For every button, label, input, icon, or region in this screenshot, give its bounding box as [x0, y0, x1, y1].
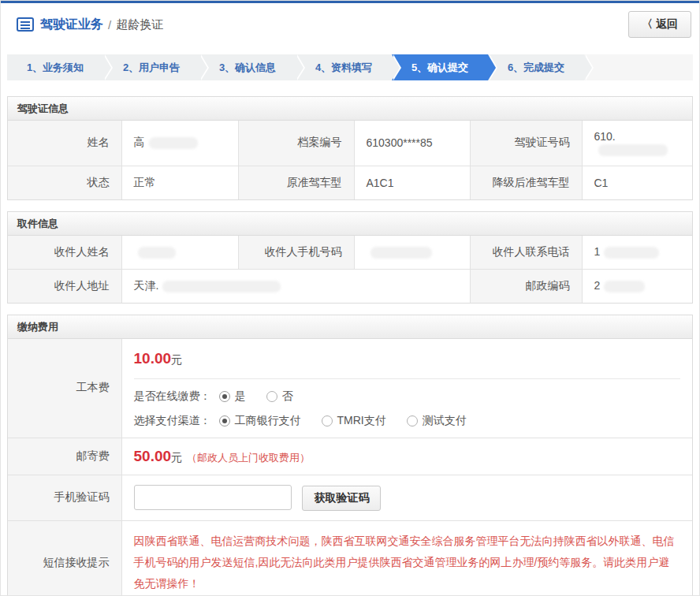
license-info-section: 驾驶证信息 姓名 高 档案编号 610300****85 驾驶证号码 610. … — [7, 96, 693, 200]
online-pay-row: 是否在线缴费： 是 否 — [134, 389, 681, 404]
orig-class-label: 原准驾车型 — [238, 166, 354, 199]
pickup-info-section: 取件信息 收件人姓名 收件人手机号码 收件人联系电话 1 收件人地址 天津. 邮… — [7, 211, 693, 304]
license-no-value: 610. — [582, 121, 692, 166]
recipient-address-value: 天津. — [121, 269, 470, 303]
license-info-table: 姓名 高 档案编号 610300****85 驾驶证号码 610. 状态 正常 … — [8, 121, 692, 199]
redaction-smudge — [604, 281, 645, 292]
back-button[interactable]: 〈返回 — [628, 11, 691, 38]
file-no-label: 档案编号 — [238, 121, 354, 166]
zip-code-label: 邮政编码 — [470, 269, 582, 303]
radio-online-no[interactable]: 否 — [266, 389, 293, 404]
redaction-smudge — [370, 247, 432, 259]
pickup-section-title: 取件信息 — [8, 212, 692, 236]
step-3-confirm-info[interactable]: 3、确认信息 — [199, 54, 296, 80]
table-row: 收件人地址 天津. 邮政编码 2 — [8, 269, 692, 303]
redaction-smudge — [598, 144, 668, 156]
redaction-smudge — [604, 247, 659, 259]
breadcrumb-separator: / — [108, 18, 111, 32]
sms-tip-label: 短信接收提示 — [8, 520, 121, 596]
name-value: 高 — [121, 121, 238, 166]
yuan-unit: 元 — [171, 451, 182, 464]
work-fee-amount-row: 10.00元 — [134, 348, 681, 379]
step-6-complete-submit[interactable]: 6、完成提交 — [488, 54, 584, 80]
pay-channel-label: 选择支付渠道： — [134, 414, 211, 428]
mail-fee-cell: 50.00元（邮政人员上门收取费用） — [121, 438, 692, 475]
recipient-mobile-label: 收件人手机号码 — [238, 236, 354, 270]
file-no-value: 610300****85 — [354, 121, 470, 166]
sms-tip-text: 因陕西省联通、电信运营商技术问题，陕西省互联网交通安全综合服务管理平台无法向持陕… — [134, 531, 681, 595]
page-header: 驾驶证业务 / 超龄换证 〈返回 — [1, 3, 699, 46]
radio-channel-icbc[interactable]: 工商银行支付 — [219, 414, 301, 428]
radio-channel-icbc-label: 工商银行支付 — [235, 414, 301, 428]
redaction-smudge — [149, 137, 198, 149]
step-1-business-notice[interactable]: 1、业务须知 — [7, 54, 103, 80]
recipient-tel-label: 收件人联系电话 — [470, 236, 582, 270]
back-button-label: 返回 — [656, 17, 678, 30]
radio-unselected-icon — [266, 391, 277, 402]
down-class-value: C1 — [582, 166, 692, 199]
radio-channel-test[interactable]: 测试支付 — [407, 414, 467, 428]
table-row: 短信接收提示 因陕西省联通、电信运营商技术问题，陕西省互联网交通安全综合服务管理… — [8, 520, 692, 596]
recipient-address-label: 收件人地址 — [8, 269, 121, 303]
pickup-info-table: 收件人姓名 收件人手机号码 收件人联系电话 1 收件人地址 天津. 邮政编码 2 — [8, 236, 692, 303]
zip-code-value: 2 — [582, 269, 692, 303]
recipient-label: 收件人姓名 — [8, 236, 121, 270]
step-4-fill-materials[interactable]: 4、资料填写 — [296, 54, 392, 80]
radio-channel-tmri[interactable]: TMRI支付 — [322, 414, 386, 428]
recipient-value — [121, 236, 238, 270]
payment-section-title: 缴纳费用 — [8, 315, 692, 339]
step-2-user-declaration[interactable]: 2、用户申告 — [103, 54, 199, 80]
breadcrumb-current: 超龄换证 — [116, 17, 163, 32]
table-row: 邮寄费 50.00元（邮政人员上门收取费用） — [8, 438, 692, 475]
online-pay-label: 是否在线缴费： — [134, 389, 211, 404]
status-value: 正常 — [121, 166, 238, 199]
mail-fee-amount: 50.00 — [134, 448, 172, 464]
radio-selected-icon — [219, 415, 230, 427]
status-label: 状态 — [8, 166, 121, 199]
table-row: 收件人姓名 收件人手机号码 收件人联系电话 1 — [8, 236, 692, 270]
radio-selected-icon — [219, 391, 230, 402]
work-fee-label: 工本费 — [8, 339, 121, 438]
table-row: 手机验证码 获取验证码 — [8, 475, 692, 520]
chevron-left-icon: 〈 — [642, 17, 653, 30]
license-section-title: 驾驶证信息 — [8, 97, 692, 121]
sms-code-input[interactable] — [134, 485, 292, 510]
redaction-smudge — [162, 281, 281, 292]
work-fee-amount: 10.00 — [134, 350, 172, 367]
orig-class-value: A1C1 — [354, 166, 470, 199]
sms-tip-cell: 因陕西省联通、电信运营商技术问题，陕西省互联网交通安全综合服务管理平台无法向持陕… — [121, 520, 692, 596]
content: 1、业务须知 2、用户申告 3、确认信息 4、资料填写 5、确认提交 6、完成提… — [1, 54, 699, 596]
table-row: 姓名 高 档案编号 610300****85 驾驶证号码 610. — [8, 121, 692, 166]
step-5-confirm-submit[interactable]: 5、确认提交 — [392, 54, 488, 80]
pay-channel-row: 选择支付渠道： 工商银行支付 TMRI支付 测试支付 — [134, 414, 681, 428]
name-label: 姓名 — [8, 121, 121, 166]
radio-channel-tmri-label: TMRI支付 — [337, 414, 386, 428]
sms-code-cell: 获取验证码 — [121, 475, 692, 520]
table-row: 状态 正常 原准驾车型 A1C1 降级后准驾车型 C1 — [8, 166, 692, 199]
work-fee-cell: 10.00元 是否在线缴费： 是 否 选择支付渠道： 工商银行支付 TMRI支付… — [121, 339, 692, 438]
down-class-label: 降级后准驾车型 — [470, 166, 582, 199]
mail-fee-note: （邮政人员上门收取费用） — [187, 452, 310, 464]
radio-online-no-label: 否 — [282, 389, 293, 404]
step-breadcrumb: 1、业务须知 2、用户申告 3、确认信息 4、资料填写 5、确认提交 6、完成提… — [7, 54, 693, 80]
get-code-button[interactable]: 获取验证码 — [302, 486, 381, 511]
page-title: 驾驶证业务 — [40, 17, 103, 33]
radio-unselected-icon — [322, 415, 333, 427]
form-list-icon — [17, 17, 34, 32]
recipient-tel-value: 1 — [582, 236, 692, 270]
payment-section: 缴纳费用 工本费 10.00元 是否在线缴费： 是 否 选择支付渠道： 工商银行… — [7, 315, 693, 596]
radio-online-yes[interactable]: 是 — [219, 389, 246, 404]
radio-online-yes-label: 是 — [235, 389, 246, 404]
mail-fee-label: 邮寄费 — [8, 438, 121, 475]
redaction-smudge — [138, 247, 176, 259]
table-row: 工本费 10.00元 是否在线缴费： 是 否 选择支付渠道： 工商银行支付 TM… — [8, 339, 692, 438]
payment-table: 工本费 10.00元 是否在线缴费： 是 否 选择支付渠道： 工商银行支付 TM… — [8, 339, 692, 596]
steps-filler — [584, 54, 693, 80]
radio-unselected-icon — [407, 415, 418, 427]
recipient-mobile-value — [354, 236, 470, 270]
yuan-unit: 元 — [171, 353, 182, 366]
license-no-label: 驾驶证号码 — [470, 121, 582, 166]
sms-code-label: 手机验证码 — [8, 475, 121, 520]
radio-channel-test-label: 测试支付 — [423, 414, 467, 428]
